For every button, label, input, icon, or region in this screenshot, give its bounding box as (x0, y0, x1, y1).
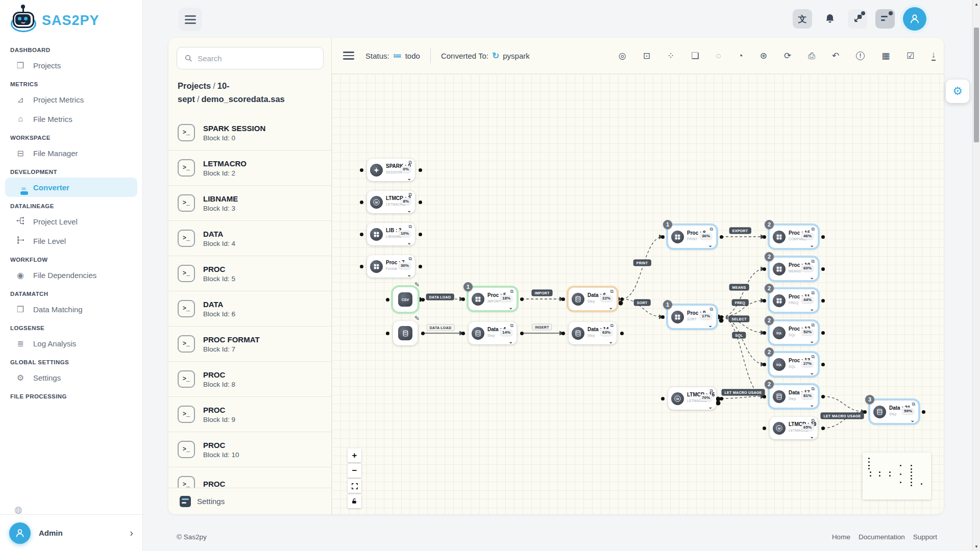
breadcrumb-segment[interactable]: Projects (178, 81, 211, 90)
canvas-grid[interactable] (332, 73, 944, 514)
flow-node-data6[interactable]: Data : 6Step22%⌄⧉ (569, 288, 617, 310)
sidebar-item-settings[interactable]: ⚙Settings (5, 368, 137, 387)
open-external-icon[interactable]: ⧉ (710, 388, 713, 394)
minimap[interactable] (863, 453, 931, 499)
flow-node-data4[interactable]: Data : 4Step14%⌄⧉ (469, 322, 517, 344)
flow-node-proc12[interactable]: 2SQLProc : 12SQL52%⌄⧉ (770, 321, 818, 344)
brand-logo[interactable]: SAS2PY (0, 0, 142, 40)
fit-view-button[interactable] (348, 479, 361, 493)
footer-link-documentation[interactable]: Documentation (859, 533, 905, 541)
edit-pencil-icon[interactable]: ✎ (414, 281, 420, 288)
block-list-item[interactable]: >_PROC (168, 467, 331, 488)
open-external-icon[interactable]: ⧉ (812, 227, 815, 232)
user-avatar[interactable] (903, 7, 926, 31)
open-external-icon[interactable]: ⧉ (710, 227, 713, 232)
sidebar-item-converter[interactable]: Converter (5, 178, 137, 197)
menu-toggle-button[interactable] (179, 8, 202, 31)
open-external-icon[interactable]: ⧉ (812, 290, 815, 296)
sidebar-item-file-dependencies[interactable]: ◉File Dependencies (5, 265, 137, 285)
chevron-down-icon[interactable]: ⌄ (708, 404, 713, 410)
open-external-icon[interactable]: ⧉ (409, 224, 412, 230)
chevron-right-icon[interactable]: › (130, 527, 133, 539)
block-list-item[interactable]: >_DATABlock Id: 6 (168, 291, 331, 327)
focus-icon[interactable]: ◎ (619, 52, 626, 60)
flow-node-csv[interactable]: CSV✎ (393, 287, 418, 312)
save-icon[interactable]: ⎙ (808, 52, 815, 60)
search-box[interactable] (177, 47, 324, 69)
block-list-item[interactable]: >_LIBNAMEBlock Id: 3 (168, 186, 331, 221)
block-list-item[interactable]: >_PROCBlock Id: 9 (168, 397, 331, 432)
footer-link-home[interactable]: Home (832, 533, 850, 541)
status-value[interactable]: todo (405, 52, 420, 60)
scroll-down-icon[interactable]: ▼ (973, 544, 980, 549)
report-icon[interactable]: ❏ (691, 52, 699, 60)
flow-node-ltmcr2[interactable]: MLTMCR : 2LETMACRO8%⌄⧉ (367, 191, 415, 213)
changelog-icon[interactable] (875, 9, 895, 29)
block-list-item[interactable]: >_PROCBlock Id: 8 (168, 362, 331, 397)
chevron-down-icon[interactable]: ⌄ (407, 272, 411, 278)
undo-icon[interactable]: ↶ (832, 52, 839, 60)
footer-link-support[interactable]: Support (913, 533, 937, 541)
open-external-icon[interactable]: ⧉ (912, 402, 915, 407)
collapse-icon[interactable] (848, 9, 867, 29)
download-icon[interactable]: ↓ (932, 51, 936, 61)
sidebar-item-project-metrics[interactable]: ⊿Project Metrics (5, 90, 137, 109)
flow-node-proc8[interactable]: 1Proc : 8PRINT36%⌄⧉ (668, 226, 716, 248)
sidebar-item-projects[interactable]: ❒Projects (5, 56, 137, 75)
flow-node-dbsq[interactable]: ✎ (393, 321, 418, 345)
flow-node-proc11[interactable]: 2Proc : 11FREQ44%⌄⧉ (770, 289, 818, 312)
sidebar-item-file-metrics[interactable]: ⌂File Metrics (5, 109, 137, 129)
sidebar-item-log-analysis[interactable]: ≣Log Analysis (5, 334, 137, 353)
chevron-down-icon[interactable]: ⌄ (509, 339, 513, 344)
scroll-up-icon[interactable]: ▲ (973, 2, 980, 7)
scrollbar-thumb[interactable] (974, 28, 979, 142)
open-external-icon[interactable]: ⧉ (812, 322, 815, 328)
chevron-down-icon[interactable]: ⌄ (810, 274, 814, 280)
chevron-down-icon[interactable]: ⌄ (810, 306, 814, 312)
flow-node-proc7[interactable]: Proc : 7Format30%⌄⧉ (367, 255, 415, 278)
block-list-item[interactable]: >_PROC FORMATBlock Id: 7 (168, 327, 331, 362)
open-external-icon[interactable]: ⧉ (812, 418, 815, 423)
edit-pencil-icon[interactable]: ✎ (414, 315, 420, 322)
block-list-item[interactable]: >_DATABlock Id: 4 (168, 221, 331, 256)
open-external-icon[interactable]: ⧉ (510, 289, 513, 294)
block-list-item[interactable]: >_LETMACROBlock Id: 2 (168, 151, 331, 186)
breadcrumb[interactable]: Projects/10-sept/demo_scoredata.sas (178, 80, 324, 106)
admin-bar[interactable]: Admin › (0, 514, 142, 551)
flow-node-ltmcr16[interactable]: MLTMCR : 16LETMACRO70%⌄⧉ (668, 387, 716, 410)
flow-node-data21[interactable]: 3Data : 21Step99%⌄⧉ (870, 400, 918, 423)
block-list-item[interactable]: >_PROCBlock Id: 10 (168, 432, 331, 467)
zoom-in-button[interactable]: + (348, 448, 361, 462)
flow-node-proc9[interactable]: 1Proc : 9SORT17%⌄⧉ (668, 306, 716, 328)
chevron-down-icon[interactable]: ⌄ (810, 402, 814, 408)
sidebar-item-file-level[interactable]: File Level (5, 231, 137, 251)
converted-to-value[interactable]: pyspark (503, 52, 530, 60)
sidebar-item-data-matching[interactable]: ❒Data Matching (5, 299, 137, 319)
open-external-icon[interactable]: ⧉ (409, 256, 412, 262)
validate-icon[interactable]: ☑ (906, 52, 914, 60)
open-external-icon[interactable]: ⧉ (409, 160, 412, 165)
fragment-icon[interactable]: ◌ (716, 52, 721, 60)
chevron-down-icon[interactable]: ⌄ (609, 305, 613, 310)
chevron-down-icon[interactable]: ⌄ (810, 338, 814, 344)
chevron-down-icon[interactable]: ⌄ (810, 370, 814, 375)
chevron-down-icon[interactable]: ⌄ (911, 417, 915, 423)
flow-node-ltmcr19[interactable]: MLTMCR : 19LETMACRO65%⌄⧉ (770, 417, 818, 439)
canvas-menu-icon[interactable] (343, 52, 354, 60)
chevron-down-icon[interactable]: ⌄ (407, 240, 411, 245)
open-external-icon[interactable]: ⧉ (409, 192, 412, 197)
chevron-down-icon[interactable]: ⌄ (509, 305, 513, 310)
code-icon[interactable]: ⊛ (760, 52, 767, 60)
alert-icon[interactable]: ! (856, 52, 865, 60)
open-external-icon[interactable]: ⧉ (812, 354, 815, 360)
flow-node-proc15[interactable]: 2Proc : 15COMPARE46%⌄⧉ (770, 226, 818, 248)
flow-node-lib3[interactable]: LIB : 3LIBNAME10%⌄⧉ (367, 223, 415, 245)
analytics-icon[interactable]: ⊡ (643, 52, 650, 60)
chevron-down-icon[interactable]: ⌄ (810, 242, 814, 248)
zoom-out-button[interactable]: − (348, 464, 361, 478)
flow-node-data17[interactable]: 2Data : 17Step81%⌄⧉ (770, 385, 818, 408)
flow-node-spark0[interactable]: SPARK : 0SESSION0%⌄⧉ (367, 159, 415, 181)
open-external-icon[interactable]: ⧉ (710, 307, 713, 312)
table-icon[interactable]: ▦ (881, 52, 890, 60)
search-input[interactable] (198, 54, 316, 63)
